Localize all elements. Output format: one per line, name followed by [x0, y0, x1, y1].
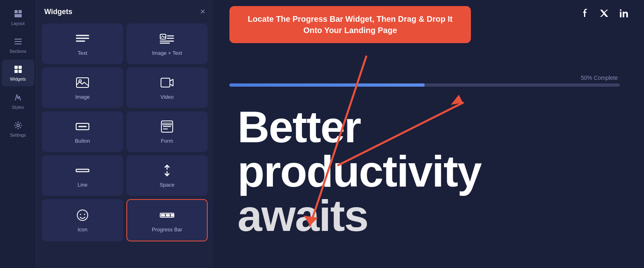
svg-point-32 — [77, 210, 88, 220]
close-button[interactable]: × — [200, 7, 205, 16]
svg-marker-44 — [451, 95, 463, 105]
sidebar-layout-label: Layout — [11, 21, 25, 26]
sections-icon — [12, 36, 24, 47]
widgets-grid: Text Image + Text — [36, 23, 213, 241]
svg-rect-38 — [171, 214, 173, 216]
facebook-icon[interactable] — [581, 9, 588, 20]
line-widget-icon — [75, 163, 90, 178]
svg-point-10 — [17, 124, 19, 127]
progress-track — [229, 83, 620, 87]
callout-box: Locate The Progress Bar Widget, Then Dra… — [229, 6, 471, 43]
svg-point-34 — [84, 214, 85, 215]
progress-section: 50% Complete — [229, 75, 620, 87]
styles-icon — [12, 92, 24, 103]
svg-rect-1 — [19, 10, 22, 13]
hero-line3: awaits — [237, 193, 628, 238]
hero-text: Better productivity awaits — [237, 105, 628, 238]
widget-image[interactable]: Image — [42, 67, 123, 108]
hero-line1: Better — [237, 105, 628, 149]
widgets-header: Widgets × — [36, 0, 213, 23]
form-widget-icon — [160, 119, 174, 134]
text-widget-icon — [75, 31, 90, 46]
layout-icon — [12, 8, 24, 19]
svg-rect-9 — [19, 70, 22, 73]
widget-video[interactable]: Video — [126, 67, 208, 108]
sidebar-settings-label: Settings — [10, 133, 26, 138]
svg-rect-21 — [161, 78, 170, 87]
button-widget-icon — [75, 119, 90, 134]
widget-button[interactable]: Button — [42, 111, 123, 152]
sidebar-item-widgets[interactable]: Widgets — [2, 60, 34, 86]
widget-form[interactable]: Form — [126, 111, 208, 152]
widgets-panel: Widgets × Text — [36, 0, 213, 268]
progress-bar-widget-label: Progress Bar — [152, 226, 182, 233]
form-widget-label: Form — [161, 138, 173, 144]
svg-rect-29 — [76, 169, 89, 172]
sidebar-item-settings[interactable]: Settings — [2, 116, 34, 142]
sidebar-item-sections[interactable]: Sections — [2, 32, 34, 58]
icon-widget-label: Icon — [78, 226, 88, 233]
space-widget-label: Space — [160, 182, 175, 188]
svg-rect-8 — [14, 70, 18, 73]
text-widget-label: Text — [78, 50, 87, 56]
widgets-icon — [12, 64, 24, 75]
sidebar-item-layout[interactable]: Layout — [2, 4, 34, 30]
video-widget-icon — [160, 75, 174, 90]
callout-text: Locate The Progress Bar Widget, Then Dra… — [241, 13, 460, 36]
image-text-widget-icon — [160, 31, 174, 46]
line-widget-label: Line — [78, 182, 88, 188]
svg-rect-7 — [19, 66, 22, 69]
hero-line2: productivity — [237, 149, 628, 193]
progress-bar-widget-icon — [160, 208, 174, 222]
sidebar: Layout Sections Widgets St — [0, 0, 36, 268]
icon-widget-icon — [75, 208, 90, 222]
svg-point-33 — [80, 214, 81, 215]
svg-rect-2 — [14, 14, 22, 17]
space-widget-icon — [160, 163, 174, 178]
settings-icon — [12, 120, 24, 131]
linkedin-icon[interactable] — [620, 9, 628, 19]
sidebar-item-styles[interactable]: Styles — [2, 88, 34, 114]
widget-space[interactable]: Space — [126, 155, 208, 196]
widgets-title: Widgets — [44, 8, 72, 16]
svg-rect-39 — [620, 12, 621, 17]
widget-image-text[interactable]: Image + Text — [126, 23, 208, 64]
svg-rect-0 — [14, 10, 18, 13]
widget-progress-bar[interactable]: Progress Bar — [126, 199, 208, 241]
svg-point-40 — [620, 9, 621, 11]
svg-rect-36 — [161, 214, 165, 216]
video-widget-label: Video — [160, 94, 173, 100]
twitter-icon[interactable] — [600, 9, 609, 19]
image-text-widget-label: Image + Text — [152, 50, 182, 56]
widget-text[interactable]: Text — [42, 23, 123, 64]
svg-rect-37 — [166, 214, 170, 216]
image-widget-icon — [75, 75, 90, 90]
sidebar-styles-label: Styles — [12, 105, 24, 110]
button-widget-label: Button — [75, 138, 90, 144]
svg-rect-6 — [14, 66, 18, 69]
widget-icon[interactable]: Icon — [42, 199, 123, 241]
widget-line[interactable]: Line — [42, 155, 123, 196]
image-widget-label: Image — [75, 94, 90, 100]
main-content: Locate The Progress Bar Widget, Then Dra… — [213, 0, 644, 268]
sidebar-sections-label: Sections — [9, 49, 26, 54]
progress-fill — [229, 83, 425, 87]
sidebar-widgets-label: Widgets — [10, 77, 26, 82]
svg-rect-19 — [76, 78, 89, 87]
progress-label: 50% Complete — [229, 75, 620, 81]
